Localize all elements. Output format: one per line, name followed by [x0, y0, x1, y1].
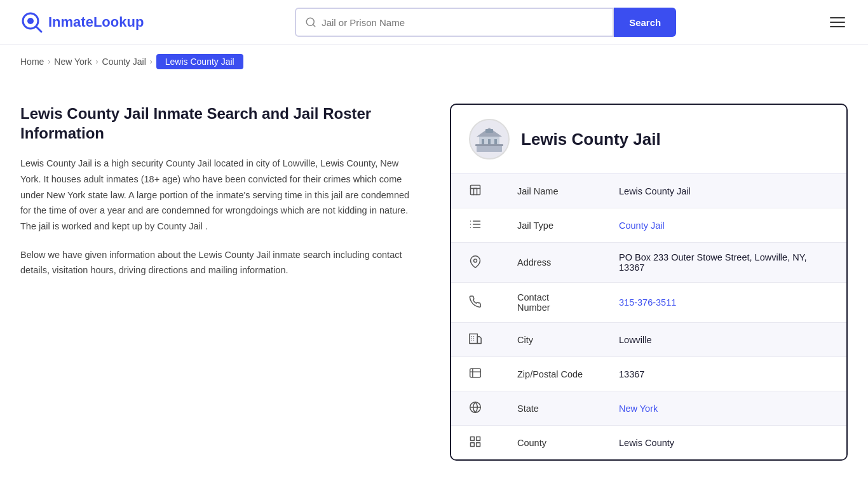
- search-box: [295, 8, 614, 37]
- county-icon: [451, 426, 499, 460]
- logo-icon: [20, 11, 43, 34]
- card-header: Lewis County Jail: [451, 105, 846, 174]
- building-icon: [451, 174, 499, 208]
- row-value: PO Box 233 Outer Stowe Street, Lowville,…: [601, 243, 846, 283]
- svg-point-20: [474, 259, 477, 262]
- breadcrumb: Home › New York › County Jail › Lewis Co…: [0, 45, 868, 78]
- row-value: Lewis County: [601, 426, 846, 460]
- jail-avatar: [469, 119, 510, 159]
- breadcrumb-category[interactable]: County Jail: [102, 57, 146, 67]
- row-value[interactable]: New York: [601, 391, 846, 426]
- list-icon: [451, 208, 499, 243]
- svg-rect-32: [477, 437, 480, 441]
- table-row: Zip/Postal Code13367: [451, 357, 846, 391]
- row-label: County: [499, 426, 601, 460]
- breadcrumb-home[interactable]: Home: [20, 57, 44, 67]
- hamburger-line-1: [830, 17, 845, 18]
- table-row: CountyLewis County: [451, 426, 846, 460]
- svg-rect-11: [485, 129, 493, 133]
- svg-rect-31: [471, 437, 475, 441]
- table-row: StateNew York: [451, 391, 846, 426]
- row-label: Address: [499, 243, 601, 283]
- city-icon: [451, 323, 499, 357]
- search-area: Search: [295, 8, 676, 37]
- page-description-2: Below we have given information about th…: [20, 247, 418, 278]
- svg-rect-13: [471, 186, 480, 195]
- info-card: Lewis County Jail Jail NameLewis County …: [450, 104, 848, 461]
- svg-rect-28: [470, 369, 481, 377]
- hamburger-line-2: [830, 22, 845, 23]
- phone-icon: [451, 283, 499, 323]
- page-title: Lewis County Jail Inmate Search and Jail…: [20, 104, 418, 143]
- table-row: CityLowville: [451, 323, 846, 357]
- svg-rect-12: [475, 144, 503, 146]
- svg-rect-34: [471, 443, 475, 447]
- main-content: Lewis County Jail Inmate Search and Jail…: [0, 78, 868, 486]
- row-value: Lewis County Jail: [601, 174, 846, 208]
- card-title: Lewis County Jail: [521, 130, 661, 149]
- row-label: City: [499, 323, 601, 357]
- svg-line-1: [36, 27, 41, 32]
- row-value[interactable]: 315-376-3511: [601, 283, 846, 323]
- zip-icon: [451, 357, 499, 391]
- row-value[interactable]: County Jail: [601, 208, 846, 243]
- location-icon: [451, 243, 499, 283]
- table-row: Contact Number315-376-3511: [451, 283, 846, 323]
- row-value: Lowville: [601, 323, 846, 357]
- logo-text: InmateLookup: [48, 14, 144, 30]
- state-icon: [451, 391, 499, 426]
- left-panel: Lewis County Jail Inmate Search and Jail…: [20, 104, 424, 461]
- row-label: Zip/Postal Code: [499, 357, 601, 391]
- table-row: Jail NameLewis County Jail: [451, 174, 846, 208]
- breadcrumb-sep-1: ›: [48, 57, 50, 66]
- search-icon: [305, 17, 316, 28]
- breadcrumb-state[interactable]: New York: [54, 57, 92, 67]
- header: InmateLookup Search: [0, 0, 868, 45]
- table-row: AddressPO Box 233 Outer Stowe Street, Lo…: [451, 243, 846, 283]
- svg-rect-33: [477, 443, 480, 447]
- search-button[interactable]: Search: [614, 8, 676, 37]
- courthouse-icon: [474, 124, 505, 154]
- row-label: Contact Number: [499, 283, 601, 323]
- right-panel: Lewis County Jail Jail NameLewis County …: [450, 104, 848, 461]
- hamburger-menu[interactable]: [827, 15, 848, 30]
- page-description-1: Lewis County Jail is a high security Cou…: [20, 156, 418, 234]
- svg-point-2: [27, 18, 34, 24]
- table-row: Jail TypeCounty Jail: [451, 208, 846, 243]
- breadcrumb-sep-2: ›: [96, 57, 98, 66]
- row-value: 13367: [601, 357, 846, 391]
- logo-link[interactable]: InmateLookup: [20, 11, 144, 34]
- info-table: Jail NameLewis County JailJail TypeCount…: [451, 174, 846, 459]
- search-input[interactable]: [322, 17, 604, 28]
- row-label: Jail Name: [499, 174, 601, 208]
- row-label: Jail Type: [499, 208, 601, 243]
- breadcrumb-current: Lewis County Jail: [156, 54, 243, 69]
- row-label: State: [499, 391, 601, 426]
- svg-line-4: [313, 24, 315, 26]
- breadcrumb-sep-3: ›: [150, 57, 153, 66]
- hamburger-line-3: [830, 26, 845, 27]
